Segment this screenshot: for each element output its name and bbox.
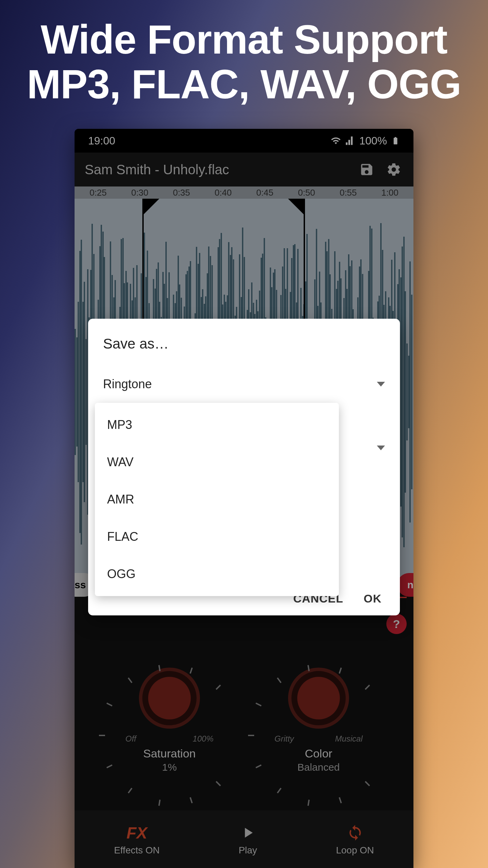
help-button[interactable]: ? [386, 614, 407, 634]
loop-label: Loop ON [336, 845, 374, 856]
headline-line1: Wide Format Support [0, 17, 488, 62]
fx-label: Effects ON [114, 845, 160, 856]
settings-button[interactable] [384, 160, 403, 179]
play-button[interactable]: Play [239, 823, 257, 856]
status-bar: 19:00 100% [75, 129, 413, 153]
chevron-down-icon [377, 446, 385, 450]
sat-value: 1% [125, 762, 214, 773]
color-value: Balanced [274, 762, 363, 773]
promo-headline: Wide Format Support MP3, FLAC, WAV, OGG [0, 17, 488, 106]
battery-pct: 100% [359, 135, 387, 147]
app-header: Sam Smith - Unholy.flac [75, 153, 413, 186]
color-group: Gritty Musical Color Balanced [274, 668, 363, 773]
color-right-label: Musical [335, 734, 363, 744]
save-dialog: Save as… Ringtone MP3 WAV AMR FLAC OGG C… [88, 319, 400, 615]
format-option-mp3[interactable]: MP3 [95, 406, 339, 443]
sat-left-label: Off [125, 734, 136, 744]
sat-right-label: 100% [193, 734, 214, 744]
lower-panel: ss n ? Off 100% Saturation 1% [75, 587, 413, 868]
gear-icon [386, 162, 401, 177]
ok-button[interactable]: OK [364, 592, 382, 605]
format-option-ogg[interactable]: OGG [95, 555, 339, 593]
save-button[interactable] [357, 160, 376, 179]
phone-frame: 19:00 100% Sam Smith - Unholy.flac 0:25 … [75, 129, 413, 868]
color-knob[interactable] [288, 668, 349, 729]
type-selected: Ringtone [103, 377, 152, 391]
signal-icon [345, 136, 355, 146]
tick: 0:40 [202, 188, 244, 198]
sat-title: Saturation [125, 747, 214, 760]
tick: 0:50 [286, 188, 327, 198]
bottom-bar: FX Effects ON Play Loop ON [75, 810, 413, 868]
format-option-flac[interactable]: FLAC [95, 518, 339, 555]
format-dropdown: MP3 WAV AMR FLAC OGG [95, 403, 339, 596]
format-option-wav[interactable]: WAV [95, 443, 339, 481]
file-title: Sam Smith - Unholy.flac [85, 162, 349, 177]
save-icon [359, 162, 374, 177]
fx-icon: FX [114, 823, 160, 843]
status-right: 100% [331, 135, 400, 147]
headline-line2: MP3, FLAC, WAV, OGG [0, 62, 488, 106]
timeline-ruler: 0:25 0:30 0:35 0:40 0:45 0:50 0:55 1:00 [75, 186, 413, 199]
loop-button[interactable]: Loop ON [336, 823, 374, 856]
format-option-amr[interactable]: AMR [95, 481, 339, 518]
tick: 0:35 [161, 188, 202, 198]
tick: 0:25 [77, 188, 119, 198]
battery-icon [391, 136, 400, 145]
play-icon [239, 824, 256, 841]
saturation-knob[interactable] [139, 668, 200, 729]
type-select[interactable]: Ringtone [103, 369, 385, 399]
play-label: Play [239, 845, 257, 856]
color-left-label: Gritty [274, 734, 294, 744]
tick: 1:00 [369, 188, 411, 198]
fx-button[interactable]: FX Effects ON [114, 823, 160, 856]
wifi-icon [331, 136, 341, 146]
status-time: 19:00 [88, 135, 115, 147]
chevron-down-icon [377, 382, 385, 387]
tick: 0:30 [119, 188, 161, 198]
loop-icon [347, 824, 364, 841]
saturation-group: Off 100% Saturation 1% [125, 668, 214, 773]
dialog-title: Save as… [103, 336, 385, 352]
tick: 0:55 [327, 188, 369, 198]
tick: 0:45 [244, 188, 286, 198]
color-title: Color [274, 747, 363, 760]
